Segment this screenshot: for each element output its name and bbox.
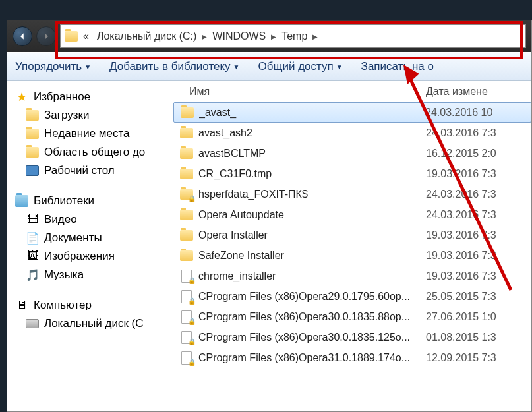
file-name: _avast_ (199, 107, 425, 119)
chevron-icon[interactable]: ▶ (202, 33, 207, 40)
folder-icon (180, 127, 193, 140)
file-row[interactable]: CProgram Files (x86)Opera29.0.1795.60op.… (173, 286, 531, 307)
file-row[interactable]: SafeZone Installer19.03.2016 7:3 (173, 245, 531, 266)
file-row[interactable]: avastBCLTMP16.12.2015 2:0 (173, 143, 531, 163)
library-icon (15, 194, 28, 208)
file-date: 16.12.2015 2:0 (426, 148, 531, 160)
explorer-window: « Локальный диск (C:) ▶ WINDOWS ▶ Temp ▶… (7, 20, 532, 412)
file-row[interactable]: CProgram Files (x86)Opera31.0.1889.174o.… (173, 347, 531, 368)
file-row[interactable]: hsperfdata_FOXIT-ПК$24.03.2016 7:3 (173, 184, 531, 204)
file-icon (180, 270, 193, 283)
folder-icon (65, 30, 78, 43)
file-name: avastBCLTMP (198, 148, 426, 160)
file-icon (180, 290, 193, 303)
caret-down-icon: ▼ (84, 63, 91, 71)
file-row[interactable]: _avast_24.03.2016 10 (173, 102, 531, 123)
nav-row: « Локальный диск (C:) ▶ WINDOWS ▶ Temp ▶ (7, 20, 531, 52)
file-icon (180, 331, 193, 344)
file-name: CR_C31F0.tmp (198, 168, 426, 180)
col-date-header[interactable]: Дата измене (426, 86, 531, 98)
file-date: 24.03.2016 7:3 (426, 127, 531, 139)
file-date: 19.03.2016 7:3 (426, 250, 531, 262)
sidebar-disk-c[interactable]: Локальный диск (C (10, 314, 170, 333)
folder-icon (180, 249, 193, 262)
caret-down-icon: ▼ (336, 63, 343, 71)
folder-icon (181, 106, 194, 119)
folder-icon (26, 109, 39, 122)
breadcrumb-part-2[interactable]: Temp (279, 29, 310, 44)
file-name: CProgram Files (x86)Opera30.0.1835.125o.… (198, 332, 426, 343)
file-row[interactable]: CProgram Files (x86)Opera30.0.1835.88op.… (173, 307, 531, 327)
file-date: 19.03.2016 7:3 (426, 270, 531, 282)
folder-icon (180, 208, 193, 221)
chevron-icon[interactable]: ▶ (312, 33, 318, 40)
content-pane: Имя Дата измене _avast_24.03.2016 10avas… (173, 81, 531, 411)
file-row[interactable]: chrome_installer19.03.2016 7:3 (173, 266, 531, 286)
caret-down-icon: ▼ (233, 63, 240, 71)
sidebar-documents[interactable]: 📄 Документы (10, 229, 170, 247)
file-date: 24.03.2016 10 (425, 107, 531, 119)
organize-button[interactable]: Упорядочить▼ (15, 60, 91, 73)
video-icon: 🎞 (26, 213, 39, 226)
file-name: avast_ash2 (198, 127, 426, 139)
file-date: 01.08.2015 1:3 (426, 332, 531, 343)
sidebar-desktop[interactable]: Рабочий стол (10, 162, 170, 180)
file-date: 25.05.2015 7:3 (426, 291, 531, 303)
file-date: 27.06.2015 1:0 (426, 311, 531, 323)
body: ★ Избранное Загрузки Недавние места Обла… (7, 81, 531, 411)
file-date: 24.03.2016 7:3 (426, 209, 531, 221)
file-date: 19.03.2016 7:3 (426, 229, 531, 241)
sidebar-video[interactable]: 🎞 Видео (10, 210, 170, 229)
file-row[interactable]: avast_ash224.03.2016 7:3 (173, 123, 531, 143)
folder-icon (26, 127, 39, 140)
computer-icon: 🖥 (15, 299, 28, 312)
col-name-header[interactable]: Имя (173, 86, 426, 98)
file-name: SafeZone Installer (198, 250, 426, 262)
forward-button[interactable] (36, 26, 56, 46)
file-name: Opera Installer (198, 229, 426, 241)
monitor-icon (26, 164, 39, 177)
computer-group: 🖥 Компьютер Локальный диск (C (10, 296, 170, 333)
address-bar[interactable]: « Локальный диск (C:) ▶ WINDOWS ▶ Temp ▶ (60, 24, 526, 48)
file-name: CProgram Files (x86)Opera30.0.1835.88op.… (198, 311, 426, 323)
sidebar-recent[interactable]: Недавние места (10, 125, 170, 143)
sidebar-downloads[interactable]: Загрузки (10, 106, 170, 125)
file-name: chrome_installer (198, 270, 426, 282)
star-icon: ★ (15, 90, 28, 103)
sidebar: ★ Избранное Загрузки Недавние места Обла… (7, 81, 173, 411)
file-icon (180, 310, 193, 324)
sidebar-pictures[interactable]: 🖼 Изображения (10, 247, 170, 266)
file-row[interactable]: Opera Autoupdate24.03.2016 7:3 (173, 204, 531, 225)
breadcrumb-overflow[interactable]: « (80, 29, 92, 44)
breadcrumb-part-0[interactable]: Локальный диск (C:) (94, 29, 199, 44)
burn-button[interactable]: Записать на о (361, 60, 434, 73)
libraries-header[interactable]: Библиотеки (10, 192, 170, 210)
sidebar-music[interactable]: 🎵 Музыка (10, 266, 170, 284)
file-name: hsperfdata_FOXIT-ПК$ (198, 189, 426, 200)
file-date: 12.09.2015 7:3 (426, 352, 531, 364)
back-button[interactable] (13, 26, 32, 46)
file-row[interactable]: Opera Installer19.03.2016 7:3 (173, 225, 531, 245)
file-name: CProgram Files (x86)Opera29.0.1795.60op.… (198, 291, 426, 303)
column-headers: Имя Дата измене (173, 81, 531, 102)
add-to-library-button[interactable]: Добавить в библиотеку▼ (109, 60, 239, 73)
folder-icon (180, 229, 193, 242)
libraries-group: Библиотеки 🎞 Видео 📄 Документы 🖼 Изображ… (10, 192, 170, 284)
picture-icon: 🖼 (26, 250, 39, 263)
computer-header[interactable]: 🖥 Компьютер (10, 296, 170, 314)
chevron-icon[interactable]: ▶ (271, 33, 276, 40)
sidebar-public[interactable]: Область общего до (10, 143, 170, 162)
share-button[interactable]: Общий доступ▼ (258, 60, 342, 73)
file-row[interactable]: CR_C31F0.tmp19.03.2016 7:3 (173, 163, 531, 184)
document-icon: 📄 (26, 231, 39, 245)
breadcrumb-part-1[interactable]: WINDOWS (210, 29, 268, 44)
file-date: 19.03.2016 7:3 (426, 168, 531, 180)
folder-icon (180, 188, 193, 201)
file-date: 24.03.2016 7:3 (426, 189, 531, 200)
favorites-header[interactable]: ★ Избранное (10, 88, 170, 106)
file-icon (180, 351, 193, 365)
folder-icon (180, 147, 193, 160)
file-row[interactable]: CProgram Files (x86)Opera30.0.1835.125o.… (173, 327, 531, 347)
file-name: Opera Autoupdate (198, 209, 426, 221)
music-icon: 🎵 (26, 268, 39, 281)
